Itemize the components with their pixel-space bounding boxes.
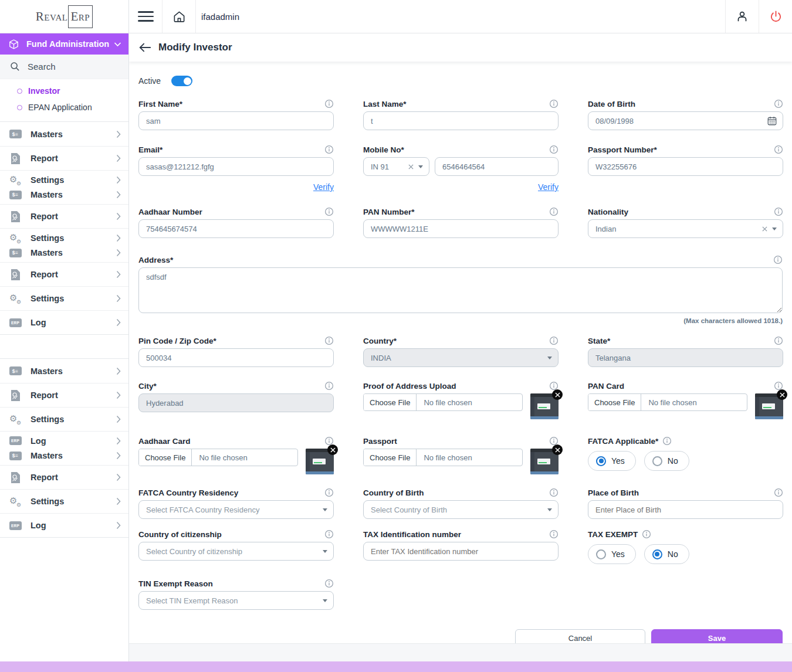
back-arrow-icon bbox=[138, 42, 151, 53]
choose-file-button[interactable]: Choose File bbox=[364, 394, 417, 410]
sidebar-item-report[interactable]: Report bbox=[0, 262, 128, 286]
dob-label: Date of Birth bbox=[588, 100, 635, 108]
sidebar-item-label: EPAN Application bbox=[28, 103, 92, 112]
sidebar-item-log[interactable]: Log bbox=[0, 310, 128, 334]
choose-file-button[interactable]: Choose File bbox=[588, 394, 641, 410]
back-button[interactable] bbox=[138, 42, 151, 53]
remove-file-icon[interactable] bbox=[777, 389, 787, 400]
aadhaar-card-thumbnail[interactable] bbox=[306, 449, 334, 474]
sidebar-item-report[interactable]: Report bbox=[0, 383, 128, 407]
sidebar-search[interactable]: Search bbox=[0, 55, 128, 79]
clear-icon[interactable] bbox=[408, 164, 414, 169]
nationality-select[interactable]: Indian bbox=[588, 219, 783, 238]
sidebar-subitem-log[interactable]: Log bbox=[9, 433, 121, 449]
file-status: No file chosen bbox=[192, 449, 254, 466]
sidebar-item-masters[interactable]: Masters bbox=[0, 359, 128, 383]
sidebar-item-label: Masters bbox=[31, 190, 116, 199]
mobile-verify-link[interactable]: Verify bbox=[538, 182, 559, 192]
sidebar-item-masters[interactable]: Masters bbox=[0, 122, 128, 146]
proof-of-address-group: Proof of Address Upload Choose File No f… bbox=[363, 381, 559, 419]
hamburger-icon bbox=[138, 11, 154, 22]
chevron-right-icon bbox=[116, 176, 121, 184]
mobile-label: Mobile No* bbox=[363, 145, 404, 154]
menu-toggle-button[interactable] bbox=[129, 0, 163, 33]
country-group: Country* INDIA bbox=[363, 335, 559, 367]
tax-exempt-radio-group: Yes No bbox=[588, 544, 783, 564]
choose-file-button[interactable]: Choose File bbox=[364, 449, 417, 466]
passport-number-group: Passport Number* bbox=[588, 144, 783, 176]
fatca-yes-radio[interactable]: Yes bbox=[588, 451, 636, 471]
remove-file-icon[interactable] bbox=[552, 389, 563, 400]
info-icon bbox=[324, 530, 334, 539]
first-name-input[interactable] bbox=[138, 111, 334, 130]
choose-file-button[interactable]: Choose File bbox=[139, 449, 192, 466]
tax-exempt-yes-radio[interactable]: Yes bbox=[588, 544, 636, 564]
aadhaar-number-input[interactable] bbox=[138, 219, 334, 238]
sidebar-subitem-masters[interactable]: Masters bbox=[9, 246, 121, 261]
user-profile-button[interactable] bbox=[725, 0, 759, 33]
citizenship-select[interactable]: Select Country of citizenship bbox=[138, 542, 334, 561]
sidebar-item-settings[interactable]: Settings bbox=[0, 489, 128, 513]
logout-button[interactable] bbox=[759, 0, 792, 33]
form-actions: Cancel Save bbox=[129, 629, 792, 643]
chevron-down-icon bbox=[114, 42, 121, 47]
sidebar-subitem-settings[interactable]: Settings bbox=[9, 230, 121, 246]
sidebar-item-settings[interactable]: Settings bbox=[0, 286, 128, 310]
country-code-select[interactable]: IN 91 bbox=[363, 157, 429, 176]
pan-number-input[interactable] bbox=[363, 219, 559, 238]
info-icon bbox=[774, 145, 783, 154]
aadhaar-card-file-input[interactable]: Choose File No file chosen bbox=[138, 449, 298, 466]
caret-down-icon bbox=[323, 508, 327, 511]
pan-card-thumbnail[interactable] bbox=[755, 393, 783, 419]
sidebar-item-settings-masters[interactable]: Settings Masters bbox=[0, 170, 128, 204]
pincode-input[interactable] bbox=[138, 348, 334, 367]
tax-id-input[interactable] bbox=[363, 542, 559, 561]
address-textarea[interactable]: sdfsdf bbox=[138, 267, 783, 313]
billing-badge-icon bbox=[9, 130, 22, 138]
dob-input[interactable] bbox=[588, 111, 783, 130]
tax-exempt-no-radio[interactable]: No bbox=[644, 544, 689, 564]
sidebar-item-log[interactable]: Log bbox=[0, 513, 128, 537]
calendar-icon[interactable] bbox=[767, 116, 777, 128]
sidebar-item-settings[interactable]: Settings bbox=[0, 407, 128, 431]
country-code-value: IN 91 bbox=[371, 162, 404, 171]
proof-of-address-thumbnail[interactable] bbox=[530, 393, 559, 419]
sidebar-item-report[interactable]: Report bbox=[0, 204, 128, 228]
fatca-residency-select[interactable]: Select FATCA Country Residency bbox=[138, 500, 334, 519]
home-button[interactable] bbox=[163, 0, 196, 33]
passport-file-input[interactable]: Choose File No file chosen bbox=[363, 449, 523, 466]
passport-thumbnail[interactable] bbox=[530, 449, 559, 474]
module-selector[interactable]: Fund Administration bbox=[0, 33, 128, 55]
remove-file-icon[interactable] bbox=[552, 444, 563, 455]
sidebar-item-label: Masters bbox=[31, 248, 116, 257]
chevron-right-icon bbox=[116, 437, 121, 445]
pan-card-group: PAN Card Choose File No file chosen bbox=[588, 381, 783, 419]
clear-icon[interactable] bbox=[762, 226, 767, 232]
sidebar-item-investor[interactable]: Investor bbox=[0, 83, 128, 99]
cancel-button[interactable]: Cancel bbox=[515, 629, 645, 643]
sidebar-item-settings-masters[interactable]: Settings Masters bbox=[0, 228, 128, 262]
country-of-birth-select[interactable]: Select Country of Birth bbox=[363, 500, 559, 519]
erp-badge-icon bbox=[9, 436, 22, 445]
pan-card-file-input[interactable]: Choose File No file chosen bbox=[588, 393, 747, 411]
fatca-no-radio[interactable]: No bbox=[644, 451, 689, 471]
info-icon bbox=[774, 99, 783, 108]
mobile-input[interactable] bbox=[435, 157, 559, 176]
sidebar-subitem-masters[interactable]: Masters bbox=[9, 188, 121, 203]
sidebar-subitem-masters[interactable]: Masters bbox=[9, 449, 121, 464]
sidebar-item-report[interactable]: Report bbox=[0, 146, 128, 170]
sidebar-item-epan-application[interactable]: EPAN Application bbox=[0, 99, 128, 116]
sidebar-subitem-settings[interactable]: Settings bbox=[9, 172, 121, 188]
active-toggle[interactable] bbox=[171, 76, 192, 86]
tin-exempt-select[interactable]: Select TIN Exempt Reason bbox=[138, 591, 334, 610]
last-name-input[interactable] bbox=[363, 111, 559, 130]
remove-file-icon[interactable] bbox=[327, 444, 338, 455]
save-button[interactable]: Save bbox=[651, 629, 783, 643]
proof-of-address-file-input[interactable]: Choose File No file chosen bbox=[363, 393, 523, 411]
email-verify-link[interactable]: Verify bbox=[313, 182, 334, 192]
sidebar-item-report[interactable]: Report bbox=[0, 465, 128, 489]
email-input[interactable] bbox=[138, 157, 334, 176]
place-of-birth-input[interactable] bbox=[588, 500, 783, 519]
passport-number-input[interactable] bbox=[588, 157, 783, 176]
sidebar-item-log-masters[interactable]: Log Masters bbox=[0, 431, 128, 465]
